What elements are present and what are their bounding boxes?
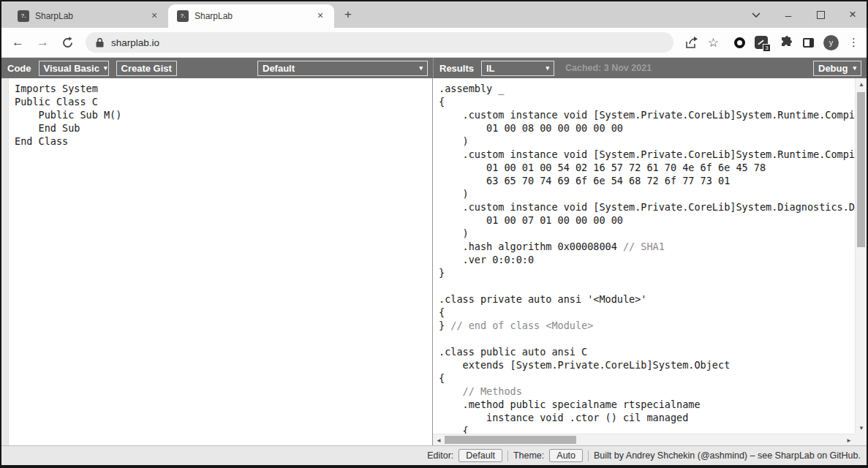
results-select[interactable]: IL ▾ [481,61,554,76]
code-line: 63 65 70 74 69 6f 6e 54 68 72 6f 77 73 0… [439,174,855,187]
code-line: 01 00 08 00 00 00 00 00 [439,121,855,135]
footer-bar: Editor: Default Theme: Auto Built by And… [1,445,867,465]
url-text: sharplab.io [111,37,159,48]
code-label: Code [7,63,31,74]
results-value: IL [486,63,495,74]
horizontal-scrollbar[interactable]: ◄ ► [433,434,855,445]
browser-menu-icon[interactable]: ⋮ [848,36,859,49]
create-gist-button[interactable]: Create Gist [116,61,177,76]
code-line: End Class [15,135,432,148]
sharplab-toolbar-right: Results IL ▾ Cached: 3 Nov 2021 Debug ▾ [433,58,867,78]
maximize-button[interactable] [814,8,827,21]
scroll-up-icon[interactable]: ▲ [856,78,867,90]
toolbar-icons: ☆ 3 y ⋮ [685,35,859,50]
code-line: .class private auto ansi '<Module>' [439,292,855,306]
code-line: { [439,424,855,434]
create-gist-label: Create Gist [121,63,172,74]
branch-select[interactable]: Default ▾ [257,61,428,76]
profile-avatar[interactable]: y [823,35,839,50]
lock-icon[interactable] [96,38,104,48]
window-controls: – × [750,1,867,28]
horizontal-scroll-thumb[interactable] [445,436,576,444]
scroll-left-icon[interactable]: ◄ [433,434,445,446]
browser-toolbar: ← → sharplab.io ☆ 3 y ⋮ [1,28,867,58]
editor-code[interactable]: Imports SystemPublic Class C Public Sub … [9,78,432,445]
chevron-down-icon: ▾ [104,64,107,72]
sharplab-toolbar-left: Code Visual Basic ▾ Create Gist Default … [1,58,433,78]
code-line: ) [439,135,855,148]
code-line: Imports System [15,82,432,95]
mode-select[interactable]: Debug ▾ [813,61,861,76]
tab-title: SharpLab [35,11,148,21]
code-line: .custom instance void [System.Private.Co… [439,200,855,214]
credit-text: Built by Andrey Shchekin (@ashmind) – se… [594,450,861,461]
footer-divider [507,450,508,461]
footer-divider [588,450,589,461]
results-code: .assembly _{ .custom instance void [Syst… [433,78,855,434]
scrollbar-corner [855,434,867,445]
code-line: .custom instance void [System.Private.Co… [439,108,855,121]
code-line: .custom instance void [System.Private.Co… [439,148,855,161]
forward-icon[interactable]: → [37,35,49,50]
editor-gutter [1,78,9,445]
code-line: Public Sub M() [15,108,432,121]
minimize-button[interactable]: – [782,8,795,21]
code-line: } [439,266,855,279]
close-window-button[interactable]: × [846,8,859,21]
vertical-scrollbar[interactable]: ▲ ▼ [855,78,867,434]
results-pane: .assembly _{ .custom instance void [Syst… [433,78,867,445]
code-line: 01 00 01 00 54 02 16 57 72 61 70 4e 6f 6… [439,161,855,174]
code-line: // Methods [439,385,855,398]
extension-ring-icon[interactable] [734,37,745,48]
code-line: extends [System.Private.CoreLib]System.O… [439,358,855,371]
tab-strip: ?. SharpLab × ?. SharpLab × + – × [1,1,867,28]
code-line [439,279,855,292]
tab-search-chevron-icon[interactable] [750,8,763,21]
chevron-down-icon: ▾ [419,64,423,72]
new-tab-button[interactable]: + [339,6,358,25]
back-icon[interactable]: ← [12,35,24,50]
address-bar[interactable]: sharplab.io [86,32,673,53]
close-tab-icon[interactable]: × [314,10,327,23]
scroll-down-icon[interactable]: ▼ [856,422,867,434]
sharplab-favicon-icon: ?. [18,10,29,22]
bookmark-star-icon[interactable]: ☆ [708,35,719,50]
reload-icon[interactable] [61,37,74,49]
code-line: .method public specialname rtspecialname [439,398,855,411]
code-line: .hash algorithm 0x00008004 // SHA1 [439,240,855,253]
code-line: Public Class C [15,95,432,108]
branch-value: Default [263,63,295,74]
language-select[interactable]: Visual Basic ▾ [39,61,109,76]
extension-screenshot-icon[interactable]: 3 [755,36,768,49]
browser-window: ?. SharpLab × ?. SharpLab × + – × ← → [0,0,868,468]
code-line: { [439,95,855,108]
tab-sharplab-2[interactable]: ?. SharpLab × [168,4,334,28]
code-line: ) [439,187,855,200]
tab-sharplab-1[interactable]: ?. SharpLab × [9,4,168,28]
code-line: ) [439,227,855,240]
chevron-down-icon: ▾ [546,64,549,72]
code-editor-pane[interactable]: Imports SystemPublic Class C Public Sub … [1,78,433,445]
extensions-puzzle-icon[interactable] [780,36,793,49]
code-line: { [439,306,855,319]
code-line: .class public auto ansi C [439,345,855,358]
code-line: { [439,371,855,385]
editor-setting-button[interactable]: Default [458,449,502,462]
side-panel-icon[interactable] [803,38,814,48]
share-icon[interactable] [685,37,698,49]
main-content: Imports SystemPublic Class C Public Sub … [1,78,867,445]
theme-setting-button[interactable]: Auto [549,449,583,462]
scroll-right-icon[interactable]: ► [843,434,855,446]
vertical-scroll-thumb[interactable] [857,92,865,247]
close-tab-icon[interactable]: × [148,10,161,23]
editor-setting-label: Editor: [427,450,453,461]
code-line: End Sub [15,121,432,135]
code-line: instance void .ctor () cil managed [439,411,855,424]
maximize-icon [817,11,825,19]
results-label: Results [439,63,474,74]
language-value: Visual Basic [44,63,99,74]
cached-status: Cached: 3 Nov 2021 [565,63,652,73]
code-line: 01 00 07 01 00 00 00 00 [439,214,855,227]
code-line: .ver 0:0:0:0 [439,253,855,266]
sharplab-toolbar: Code Visual Basic ▾ Create Gist Default … [1,58,867,78]
